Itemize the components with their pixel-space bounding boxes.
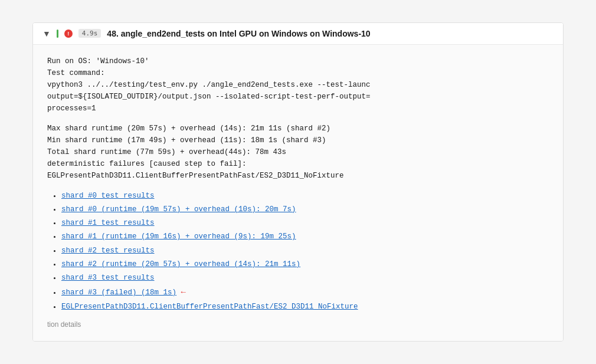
green-status-bar (57, 29, 58, 38)
test-command-label: Test command: (47, 67, 549, 79)
shard-0-results-link[interactable]: shard #0 test results (61, 192, 155, 200)
list-item: shard #1 (runtime (19m 16s) + overhead (… (61, 231, 549, 243)
run-on-os-text: Run on OS: 'Windows-10' (47, 55, 549, 67)
list-item: EGLPresentPathD3D11.ClientBufferPresentP… (61, 301, 549, 313)
shard-3-results-link[interactable]: shard #3 test results (61, 274, 155, 282)
egl-failure-link[interactable]: EGLPresentPathD3D11.ClientBufferPresentP… (61, 303, 358, 311)
deterministic-failure-value: EGLPresentPathD3D11.ClientBufferPresentP… (47, 170, 549, 182)
deterministic-failures-label: deterministic failures [caused step to f… (47, 158, 549, 170)
list-item: shard #0 test results (61, 190, 549, 202)
shard-3-failed-link[interactable]: shard #3 (failed) (18m 1s) (61, 288, 176, 297)
shard-1-results-link[interactable]: shard #1 test results (61, 219, 155, 227)
shard-2-runtime-link[interactable]: shard #2 (runtime (20m 57s) + overhead (… (61, 260, 300, 268)
shard-list: shard #0 test results shard #0 (runtime … (47, 190, 549, 314)
test-command-line1: vpython3 ../../testing/test_env.py ./ang… (47, 79, 549, 91)
truncated-text: tion details (47, 319, 549, 330)
job-content-area: Run on OS: 'Windows-10' Test command: vp… (33, 45, 563, 342)
test-command-line2: output=${ISOLATED_OUTDIR}/output.json --… (47, 91, 549, 103)
error-status-icon (64, 29, 73, 38)
list-item: shard #2 (runtime (20m 57s) + overhead (… (61, 258, 549, 271)
list-item: shard #2 test results (61, 245, 549, 257)
min-shard-stat: Min shard runtime (17m 49s) + overhead (… (47, 135, 549, 146)
shard-2-results-link[interactable]: shard #2 test results (61, 247, 155, 255)
shard-0-runtime-link[interactable]: shard #0 (runtime (19m 57s) + overhead (… (61, 205, 296, 214)
list-item: shard #3 (failed) (18m 1s) ← (61, 286, 549, 300)
max-shard-stat: Max shard runtime (20m 57s) + overhead (… (47, 123, 549, 135)
list-item: shard #3 test results (61, 272, 549, 284)
list-item: shard #0 (runtime (19m 57s) + overhead (… (61, 204, 549, 216)
os-info-section: Run on OS: 'Windows-10' Test command: vp… (47, 55, 549, 114)
shard-1-runtime-link[interactable]: shard #1 (runtime (19m 16s) + overhead (… (61, 232, 296, 241)
list-item: shard #1 test results (61, 217, 549, 229)
test-command-line3: processes=1 (47, 103, 549, 114)
arrow-indicator-icon: ← (181, 287, 186, 297)
time-badge: 4.9s (78, 29, 101, 38)
chevron-down-icon[interactable]: ▼ (42, 29, 51, 38)
main-container: ▼ 4.9s 48. angle_end2end_tests on Intel … (32, 22, 564, 342)
job-header-row: ▼ 4.9s 48. angle_end2end_tests on Intel … (33, 23, 563, 45)
shard-list-section: shard #0 test results shard #0 (runtime … (47, 190, 549, 314)
stats-section: Max shard runtime (20m 57s) + overhead (… (47, 123, 549, 182)
total-shard-stat: Total shard runtime (77m 59s) + overhead… (47, 146, 549, 158)
job-title: 48. angle_end2end_tests on Intel GPU on … (107, 29, 370, 38)
